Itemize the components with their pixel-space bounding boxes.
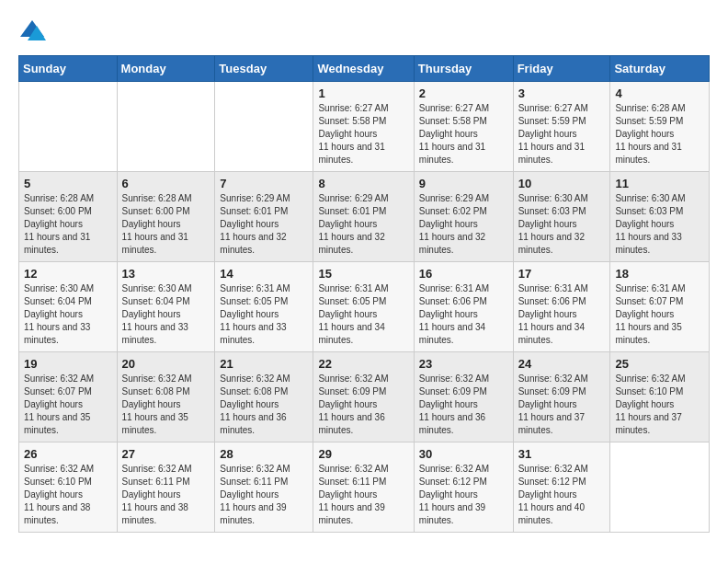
day-number: 15	[318, 267, 408, 281]
weekday-header-thursday: Thursday	[414, 56, 513, 82]
calendar-cell: 20 Sunrise: 6:32 AM Sunset: 6:08 PM Dayl…	[117, 352, 215, 442]
calendar-cell: 1 Sunrise: 6:27 AM Sunset: 5:58 PM Dayli…	[313, 82, 414, 172]
day-number: 25	[615, 357, 704, 371]
calendar-cell: 6 Sunrise: 6:28 AM Sunset: 6:00 PM Dayli…	[117, 172, 215, 262]
day-info: Sunrise: 6:32 AM Sunset: 6:12 PM Dayligh…	[419, 463, 508, 527]
day-number: 24	[518, 357, 606, 371]
day-info: Sunrise: 6:32 AM Sunset: 6:09 PM Dayligh…	[419, 373, 508, 437]
day-info: Sunrise: 6:31 AM Sunset: 6:06 PM Dayligh…	[518, 282, 606, 347]
calendar-cell: 9 Sunrise: 6:29 AM Sunset: 6:02 PM Dayli…	[414, 172, 513, 262]
calendar-cell: 18 Sunrise: 6:31 AM Sunset: 6:07 PM Dayl…	[610, 262, 710, 352]
calendar-cell: 5 Sunrise: 6:28 AM Sunset: 6:00 PM Dayli…	[19, 172, 118, 262]
calendar-cell: 10 Sunrise: 6:30 AM Sunset: 6:03 PM Dayl…	[513, 172, 610, 262]
day-number: 8	[318, 177, 408, 190]
logo	[18, 18, 50, 46]
weekday-header-wednesday: Wednesday	[313, 56, 414, 82]
calendar-cell: 11 Sunrise: 6:30 AM Sunset: 6:03 PM Dayl…	[610, 172, 710, 262]
day-number: 23	[419, 357, 508, 371]
day-number: 2	[419, 86, 508, 100]
calendar-cell	[19, 82, 118, 172]
calendar-cell: 30 Sunrise: 6:32 AM Sunset: 6:12 PM Dayl…	[414, 442, 513, 533]
day-info: Sunrise: 6:29 AM Sunset: 6:01 PM Dayligh…	[220, 192, 308, 257]
calendar-cell	[215, 82, 313, 172]
day-info: Sunrise: 6:29 AM Sunset: 6:02 PM Dayligh…	[419, 192, 508, 257]
calendar-cell	[610, 442, 710, 533]
weekday-header-friday: Friday	[513, 56, 610, 82]
day-info: Sunrise: 6:32 AM Sunset: 6:10 PM Dayligh…	[615, 373, 704, 437]
calendar-cell: 7 Sunrise: 6:29 AM Sunset: 6:01 PM Dayli…	[215, 172, 313, 262]
day-info: Sunrise: 6:32 AM Sunset: 6:10 PM Dayligh…	[24, 463, 112, 527]
day-info: Sunrise: 6:32 AM Sunset: 6:09 PM Dayligh…	[518, 373, 606, 437]
day-info: Sunrise: 6:28 AM Sunset: 5:59 PM Dayligh…	[615, 102, 704, 167]
day-info: Sunrise: 6:31 AM Sunset: 6:05 PM Dayligh…	[318, 282, 408, 347]
day-number: 9	[419, 177, 508, 190]
day-number: 29	[318, 447, 408, 461]
calendar-cell	[117, 82, 215, 172]
calendar-cell: 23 Sunrise: 6:32 AM Sunset: 6:09 PM Dayl…	[414, 352, 513, 442]
calendar-cell: 29 Sunrise: 6:32 AM Sunset: 6:11 PM Dayl…	[313, 442, 414, 533]
day-info: Sunrise: 6:27 AM Sunset: 5:59 PM Dayligh…	[518, 102, 606, 167]
day-number: 6	[122, 177, 210, 190]
calendar-cell: 16 Sunrise: 6:31 AM Sunset: 6:06 PM Dayl…	[414, 262, 513, 352]
week-row-1: 1 Sunrise: 6:27 AM Sunset: 5:58 PM Dayli…	[19, 82, 710, 172]
day-number: 18	[615, 267, 704, 281]
day-info: Sunrise: 6:32 AM Sunset: 6:07 PM Dayligh…	[24, 373, 112, 437]
calendar-cell: 2 Sunrise: 6:27 AM Sunset: 5:58 PM Dayli…	[414, 82, 513, 172]
day-number: 16	[419, 267, 508, 281]
day-number: 31	[518, 447, 606, 461]
day-info: Sunrise: 6:31 AM Sunset: 6:07 PM Dayligh…	[615, 282, 704, 347]
calendar-cell: 28 Sunrise: 6:32 AM Sunset: 6:11 PM Dayl…	[215, 442, 313, 533]
calendar-cell: 24 Sunrise: 6:32 AM Sunset: 6:09 PM Dayl…	[513, 352, 610, 442]
day-number: 4	[615, 86, 704, 100]
day-number: 19	[24, 357, 112, 371]
day-number: 28	[220, 447, 308, 461]
day-info: Sunrise: 6:29 AM Sunset: 6:01 PM Dayligh…	[318, 192, 408, 257]
day-info: Sunrise: 6:28 AM Sunset: 6:00 PM Dayligh…	[24, 192, 112, 257]
day-info: Sunrise: 6:31 AM Sunset: 6:05 PM Dayligh…	[220, 282, 308, 347]
calendar-cell: 25 Sunrise: 6:32 AM Sunset: 6:10 PM Dayl…	[610, 352, 710, 442]
weekday-header-monday: Monday	[117, 56, 215, 82]
day-number: 13	[122, 267, 210, 281]
calendar-cell: 4 Sunrise: 6:28 AM Sunset: 5:59 PM Dayli…	[610, 82, 710, 172]
weekday-header-saturday: Saturday	[610, 56, 710, 82]
day-number: 27	[122, 447, 210, 461]
calendar-cell: 13 Sunrise: 6:30 AM Sunset: 6:04 PM Dayl…	[117, 262, 215, 352]
day-number: 30	[419, 447, 508, 461]
day-info: Sunrise: 6:30 AM Sunset: 6:03 PM Dayligh…	[518, 192, 606, 257]
week-row-3: 12 Sunrise: 6:30 AM Sunset: 6:04 PM Dayl…	[19, 262, 710, 352]
day-info: Sunrise: 6:32 AM Sunset: 6:12 PM Dayligh…	[518, 463, 606, 527]
day-number: 21	[220, 357, 308, 371]
day-info: Sunrise: 6:30 AM Sunset: 6:04 PM Dayligh…	[122, 282, 210, 347]
calendar-cell: 22 Sunrise: 6:32 AM Sunset: 6:09 PM Dayl…	[313, 352, 414, 442]
day-number: 7	[220, 177, 308, 190]
day-info: Sunrise: 6:32 AM Sunset: 6:08 PM Dayligh…	[220, 373, 308, 437]
day-number: 5	[24, 177, 112, 190]
calendar-cell: 14 Sunrise: 6:31 AM Sunset: 6:05 PM Dayl…	[215, 262, 313, 352]
calendar-cell: 31 Sunrise: 6:32 AM Sunset: 6:12 PM Dayl…	[513, 442, 610, 533]
day-number: 14	[220, 267, 308, 281]
day-info: Sunrise: 6:28 AM Sunset: 6:00 PM Dayligh…	[122, 192, 210, 257]
week-row-5: 26 Sunrise: 6:32 AM Sunset: 6:10 PM Dayl…	[19, 442, 710, 533]
day-info: Sunrise: 6:30 AM Sunset: 6:04 PM Dayligh…	[24, 282, 112, 347]
day-number: 1	[318, 86, 408, 100]
calendar-table: SundayMondayTuesdayWednesdayThursdayFrid…	[18, 55, 710, 533]
calendar-cell: 19 Sunrise: 6:32 AM Sunset: 6:07 PM Dayl…	[19, 352, 118, 442]
day-info: Sunrise: 6:32 AM Sunset: 6:11 PM Dayligh…	[122, 463, 210, 527]
day-info: Sunrise: 6:32 AM Sunset: 6:09 PM Dayligh…	[318, 373, 408, 437]
weekday-header-tuesday: Tuesday	[215, 56, 313, 82]
logo-icon	[18, 18, 46, 46]
day-number: 3	[518, 86, 606, 100]
day-number: 26	[24, 447, 112, 461]
calendar-cell: 3 Sunrise: 6:27 AM Sunset: 5:59 PM Dayli…	[513, 82, 610, 172]
day-number: 10	[518, 177, 606, 190]
calendar-cell: 26 Sunrise: 6:32 AM Sunset: 6:10 PM Dayl…	[19, 442, 118, 533]
calendar-cell: 12 Sunrise: 6:30 AM Sunset: 6:04 PM Dayl…	[19, 262, 118, 352]
calendar-cell: 15 Sunrise: 6:31 AM Sunset: 6:05 PM Dayl…	[313, 262, 414, 352]
day-number: 11	[615, 177, 704, 190]
calendar-cell: 21 Sunrise: 6:32 AM Sunset: 6:08 PM Dayl…	[215, 352, 313, 442]
week-row-2: 5 Sunrise: 6:28 AM Sunset: 6:00 PM Dayli…	[19, 172, 710, 262]
day-number: 20	[122, 357, 210, 371]
day-info: Sunrise: 6:27 AM Sunset: 5:58 PM Dayligh…	[318, 102, 408, 167]
page-header	[18, 18, 710, 46]
day-number: 22	[318, 357, 408, 371]
